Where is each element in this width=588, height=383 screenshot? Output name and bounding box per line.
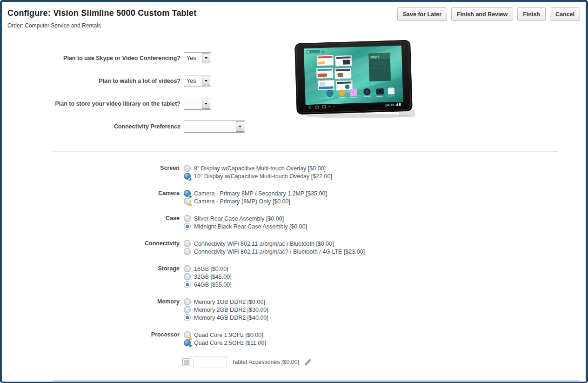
recommended-star-icon: ★ [188, 343, 193, 349]
option-label: Connectivity WiFi 802.11 a/b/g/n/ac / Bl… [194, 241, 334, 247]
dropdown-arrow-icon[interactable] [202, 53, 210, 63]
option-row[interactable]: ★Camera - Primary 8MP / Secondary 1.2MP … [184, 189, 327, 197]
plan-to-store-your-video-libra-select[interactable] [184, 98, 211, 110]
connectivity-preference-select[interactable] [184, 121, 245, 133]
save-for-later-button[interactable]: Save for Later [397, 7, 447, 21]
group-label: Processor [2, 331, 180, 347]
option-row[interactable]: ★10" Display w/Capacitive Multi-touch Ov… [184, 172, 332, 180]
option-group-memory: MemoryMemory 1GB DDR2 [$0.00]Memory 2GB … [2, 298, 421, 322]
option-group-camera: Camera★Camera - Primary 8MP / Secondary … [2, 189, 421, 205]
radio-selected-icon[interactable] [184, 281, 191, 288]
option-label: Midnight Black Rear Case Assembly [$0.00… [194, 223, 307, 230]
radio-unselected-icon[interactable] [184, 306, 191, 313]
radio-unselected-icon[interactable] [184, 240, 191, 247]
finish-button[interactable]: Finish [517, 7, 546, 21]
option-row[interactable]: 64GB [$55.00] [184, 281, 232, 289]
option-row[interactable]: Camera - Primary (8MP) Only [$0.00] [184, 197, 327, 205]
option-row[interactable]: Silver Rear Case Assembly [$0.00] [184, 215, 307, 222]
bottom-section-divider [53, 380, 579, 383]
configurator-page: Configure: Vision Slimline 5000 Custom T… [0, 0, 588, 383]
group-label: Storage [2, 265, 180, 289]
plan-to-watch-a-lot-of-videos-select[interactable]: Yes [184, 75, 211, 87]
group-options: Silver Rear Case Assembly [$0.00]Midnigh… [184, 215, 307, 230]
recommended-star-icon: ★ [188, 177, 193, 182]
order-subtitle: Order: Computer Service and Rentals [7, 22, 101, 29]
option-group-case: CaseSilver Rear Case Assembly [$0.00]Mid… [2, 215, 421, 230]
question-label: Plan to store your video library on the … [2, 101, 180, 108]
group-options: 8" Display w/Capacitive Multi-touch Over… [184, 164, 332, 180]
accessories-label: Tablet Accessories [$0.00] [232, 359, 299, 365]
option-row[interactable]: Memory 4GB DDR2 [$40.00] [184, 314, 268, 322]
option-row[interactable]: Connectivity WiFi 802.11 a/b/g/n/ac? / B… [184, 248, 365, 255]
option-label: 64GB [$55.00] [194, 282, 232, 288]
option-label: Quad Core 2.5GHz [$11.00] [194, 340, 266, 346]
select-value: Yes [184, 53, 201, 64]
group-label: Screen [2, 164, 180, 180]
option-group-screen: Screen8" Display w/Capacitive Multi-touc… [2, 164, 421, 180]
option-label: 8" Display w/Capacitive Multi-touch Over… [194, 165, 326, 172]
option-row[interactable]: 16GB [$0.00] [184, 265, 232, 273]
group-options: Connectivity WiFi 802.11 a/b/g/n/ac / Bl… [184, 240, 365, 255]
warning-triangle-icon [188, 202, 192, 206]
dropdown-arrow-icon[interactable] [202, 99, 210, 109]
finish-and-review-button[interactable]: Finish and Review [451, 7, 513, 21]
option-label: 16GB [$0.00] [194, 266, 228, 272]
cancel-button[interactable]: Cancel [550, 7, 580, 21]
select-value [184, 121, 235, 132]
group-options: Quad Core 1.9GHz [$0.00]★Quad Core 2.5GH… [184, 331, 266, 347]
option-label: 10" Display w/Capacitive Multi-touch Ove… [194, 173, 332, 180]
radio-unselected-icon[interactable] [184, 265, 191, 272]
group-label: Camera [2, 189, 180, 205]
question-row-connectivity-preference: Connectivity Preference [2, 121, 262, 133]
question-row-plan-to-use-skype-or-video-con: Plan to use Skype or Video Conferencing?… [2, 52, 262, 64]
option-groups-section: Screen8" Display w/Capacitive Multi-touc… [2, 164, 421, 356]
radio-unselected-icon[interactable] [184, 165, 191, 172]
radio-selected-icon[interactable]: ★ [184, 190, 191, 197]
select-value [184, 98, 201, 109]
option-row[interactable]: ★Quad Core 2.5GHz [$11.00] [184, 339, 266, 347]
option-row[interactable]: 8" Display w/Capacitive Multi-touch Over… [184, 164, 332, 172]
question-row-plan-to-store-your-video-libra: Plan to store your video library on the … [2, 98, 262, 110]
checkbox-inner [184, 360, 189, 365]
radio-unselected-icon[interactable] [184, 298, 191, 305]
group-label: Memory [2, 298, 180, 322]
section-divider [53, 151, 558, 152]
edit-pencil-icon[interactable] [303, 358, 312, 366]
accessories-checkbox[interactable] [182, 358, 190, 366]
group-label: Case [2, 215, 180, 230]
radio-unselected-icon[interactable] [184, 215, 191, 222]
radio-selected-icon[interactable]: ★ [184, 173, 191, 180]
group-options: 16GB [$0.00]32GB [$45.00]64GB [$55.00] [184, 265, 232, 289]
warning-triangle-icon [188, 336, 192, 340]
option-row[interactable]: Memory 1GB DDR2 [$0.00] [184, 298, 268, 306]
toolbar: Save for LaterFinish and ReviewFinishCan… [397, 7, 580, 21]
radio-selected-icon[interactable] [184, 314, 191, 321]
radio-unselected-icon[interactable] [184, 273, 191, 280]
dropdown-arrow-icon[interactable] [202, 76, 210, 86]
option-row[interactable]: 32GB [$45.00] [184, 273, 232, 281]
radio-unselected-icon[interactable] [184, 331, 191, 338]
option-row[interactable]: Connectivity WiFi 802.11 a/b/g/n/ac / Bl… [184, 240, 365, 248]
question-row-plan-to-watch-a-lot-of-videos: Plan to watch a lot of videos?Yes [2, 75, 262, 87]
option-group-storage: Storage16GB [$0.00]32GB [$45.00]64GB [$5… [2, 265, 421, 289]
option-row[interactable]: Quad Core 1.9GHz [$0.00] [184, 331, 266, 339]
question-label: Connectivity Preference [2, 123, 180, 130]
select-value: Yes [184, 75, 201, 87]
option-label: 32GB [$45.00] [194, 274, 232, 280]
option-row[interactable]: Midnight Black Rear Case Assembly [$0.00… [184, 222, 307, 230]
radio-unselected-icon[interactable] [184, 198, 191, 205]
radio-selected-icon[interactable]: ★ [184, 339, 191, 346]
radio-unselected-icon[interactable] [184, 248, 191, 255]
option-label: Quad Core 1.9GHz [$0.00] [194, 332, 263, 338]
tablet-illustration: May 6 [293, 40, 415, 120]
question-label: Plan to use Skype or Video Conferencing? [2, 55, 180, 62]
radio-selected-icon[interactable] [184, 223, 191, 230]
group-options: Memory 1GB DDR2 [$0.00]Memory 2GB DDR2 [… [184, 298, 268, 322]
dropdown-arrow-icon[interactable] [236, 121, 244, 132]
option-label: Memory 1GB DDR2 [$0.00] [194, 299, 265, 305]
plan-to-use-skype-or-video-con-select[interactable]: Yes [184, 52, 211, 64]
option-group-processor: ProcessorQuad Core 1.9GHz [$0.00]★Quad C… [2, 331, 421, 347]
option-label: Memory 2GB DDR2 [$30.00] [194, 307, 268, 313]
accessories-quantity-input[interactable] [194, 356, 227, 368]
option-row[interactable]: Memory 2GB DDR2 [$30.00] [184, 306, 268, 314]
